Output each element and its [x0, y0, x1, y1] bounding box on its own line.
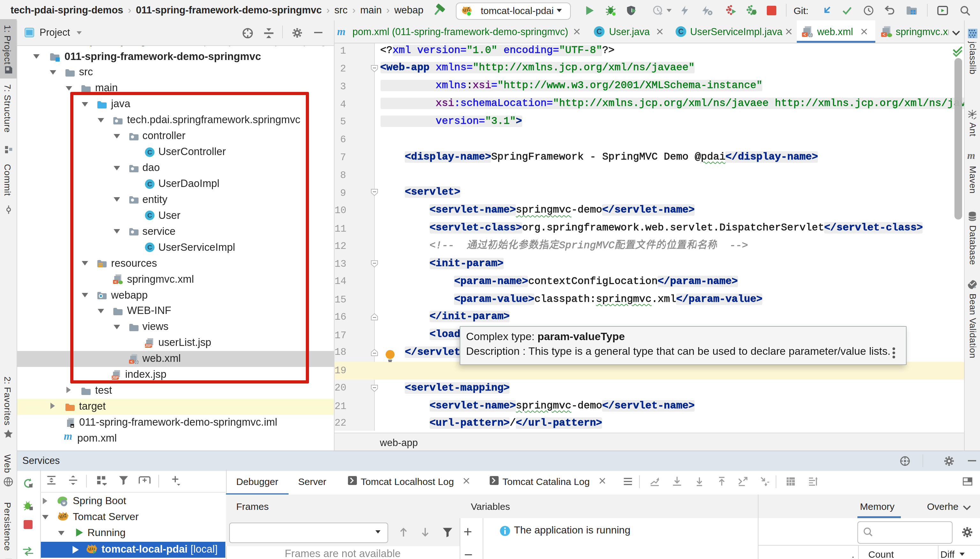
- svg-text:C: C: [678, 27, 684, 36]
- svg-text:C: C: [597, 27, 602, 36]
- svg-text:<: <: [882, 32, 886, 37]
- svg-text:<: <: [803, 32, 806, 37]
